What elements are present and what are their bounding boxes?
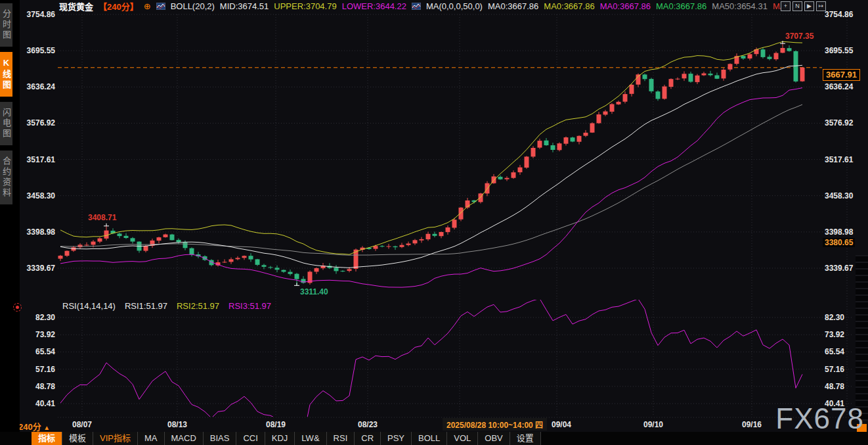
toolbar-button-lwr[interactable]: LW&	[295, 432, 326, 445]
boll-mid-value: MID:3674.51	[220, 1, 269, 11]
toolbar-button-boll[interactable]: BOLL	[412, 432, 447, 445]
ma0-value-4: MA0:3667.86	[656, 1, 706, 11]
window-icons: + N ▶ ↦	[781, 1, 826, 11]
boll-lower-value: LOWER:3644.22	[342, 1, 406, 11]
toolbar-button-macd[interactable]: MACD	[165, 432, 204, 445]
rsi2-value: RSI2:51.97	[177, 301, 219, 311]
add-indicator-icon[interactable]: ⊕	[144, 1, 151, 11]
ma-indicator-icon	[412, 3, 421, 10]
toolbar-button-cr[interactable]: CR	[355, 432, 381, 445]
ma50-value: MA50:3654.31	[712, 1, 768, 11]
toolbar-button-psy[interactable]: PSY	[381, 432, 412, 445]
toolbar-button-templates[interactable]: 模板	[62, 432, 93, 445]
sidebar-item-contract-info[interactable]: 合约资料	[0, 151, 12, 204]
sidebar-item-tick-chart[interactable]: 闪电图	[0, 102, 12, 145]
toolbar-button-obv[interactable]: OBV	[478, 432, 510, 445]
toolbar-button-indicators[interactable]: 指标	[32, 432, 62, 445]
period-up-arrow-icon: ▲	[43, 424, 50, 431]
period-selector[interactable]: 240分 ▲	[18, 420, 50, 433]
fx678-watermark: FX678	[775, 402, 864, 435]
rsi-header: RSI(14,14,14) RSI1:51.97 RSI2:51.97 RSI3…	[62, 301, 271, 311]
period-selector-label: 240分	[18, 422, 41, 432]
ma0-value-2: MA0:3667.86	[544, 1, 594, 11]
selected-candle-date: 2025/08/28 10:00~14:00 四	[443, 418, 547, 431]
play-axis-icon[interactable]: ▶	[804, 1, 814, 11]
ma0-value-3: MA0:3667.86	[600, 1, 651, 11]
ma0-value-1: MA0:3667.86	[488, 1, 538, 11]
toolbar-button-vol[interactable]: VOL	[447, 432, 478, 445]
live-indicator-icon	[13, 303, 22, 312]
zoom-axis-icon[interactable]: N	[792, 1, 802, 11]
left-sidebar: 分时图 K线图 闪电图 合约资料	[0, 0, 20, 445]
chart-header: 现货黄金 【240分】 ⊕ BOLL(20,2) MID:3674.51 UPP…	[59, 1, 785, 12]
boll-indicator-icon	[156, 3, 165, 10]
toolbar-button-rsi[interactable]: RSI	[327, 432, 355, 445]
toolbar-button-bias[interactable]: BIAS	[204, 432, 237, 445]
chart-canvas[interactable]	[0, 0, 868, 445]
crosshair-icon[interactable]: +	[781, 1, 791, 11]
exit-panel-icon[interactable]: ↦	[816, 1, 826, 11]
period-badge: 【240分】	[98, 0, 139, 12]
toolbar-button-settings[interactable]: 设置	[510, 432, 541, 445]
toolbar-button-kdj[interactable]: KDJ	[265, 432, 295, 445]
live-dot	[16, 306, 19, 309]
boll-label: BOLL(20,2)	[171, 1, 215, 11]
toolbar-button-vip-indicators[interactable]: VIP指标	[93, 432, 138, 445]
toolbar-left-pad	[0, 432, 32, 445]
right-scrollbar[interactable]	[856, 255, 868, 421]
sidebar-item-time-chart[interactable]: 分时图	[0, 3, 12, 47]
symbol-title: 现货黄金	[59, 0, 93, 12]
trading-app-window: 3754.863754.863695.553695.553636.243636.…	[0, 0, 868, 445]
rsi3-value: RSI3:51.97	[228, 301, 271, 311]
rsi-label: RSI(14,14,14)	[62, 301, 116, 311]
toolbar-button-cci[interactable]: CCI	[236, 432, 265, 445]
indicator-toolbar: 指标模板VIP指标MAMACDBIASCCIKDJLW&RSICRPSYBOLL…	[0, 432, 868, 445]
toolbar-button-ma[interactable]: MA	[138, 432, 165, 445]
boll-upper-value: UPPER:3704.79	[274, 1, 336, 11]
toolbar-items: 指标模板VIP指标MAMACDBIASCCIKDJLW&RSICRPSYBOLL…	[32, 432, 541, 445]
ma-label: MA(0,0,0,50,0)	[426, 1, 483, 11]
rsi1-value: RSI1:51.97	[125, 301, 167, 311]
sidebar-item-kline-chart[interactable]: K线图	[0, 52, 12, 97]
